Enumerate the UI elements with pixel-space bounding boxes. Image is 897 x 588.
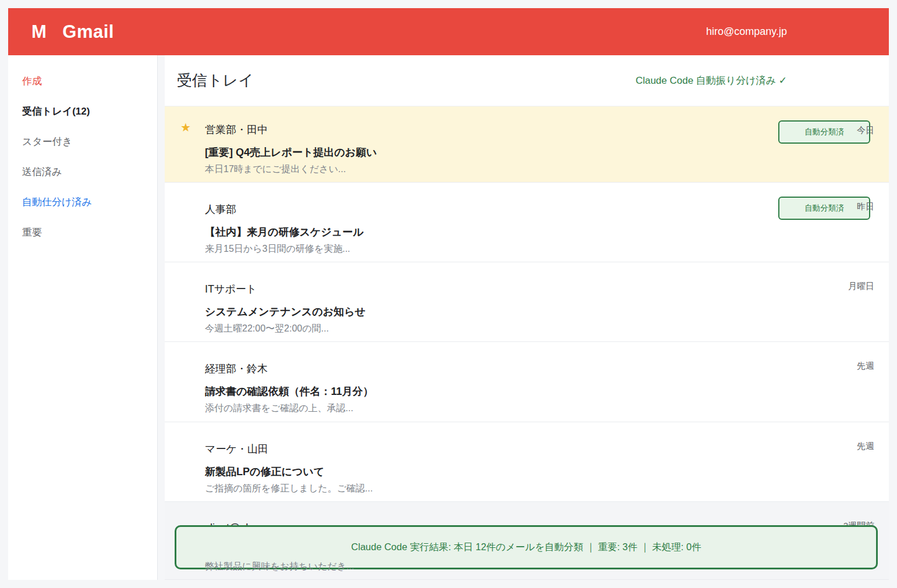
claude-code-result-text: Claude Code 実行結果: 本日 12件のメールを自動分類 ｜ 重要: … xyxy=(351,541,701,554)
email-row-4[interactable]: 経理部・鈴木 先週 請求書の確認依頼（件名：11月分） 添付の請求書をご確認の上… xyxy=(165,342,889,422)
sidebar-item-starred[interactable]: スター付き xyxy=(8,126,157,156)
autosort-status-text: Claude Code 自動振り分け済み ✓ xyxy=(636,74,787,87)
sidebar-item-important[interactable]: 重要 xyxy=(8,217,157,247)
account-email: hiro@company.jp xyxy=(706,26,787,38)
sidebar-item-sent[interactable]: 送信済み xyxy=(8,156,157,187)
email-snippet: 本日17時までにご提出ください... xyxy=(205,163,874,176)
email-subject: 新製品LPの修正について xyxy=(205,465,874,479)
email-row-5[interactable]: マーケ・山田 先週 新製品LPの修正について ご指摘の箇所を修正しました。ご確認… xyxy=(165,422,889,502)
email-subject: 請求書の確認依頼（件名：11月分） xyxy=(205,384,874,398)
body-row: 作成 受信トレイ(12) スター付き 送信済み 自動仕分け済み 重要 受信トレイ… xyxy=(8,55,889,580)
email-date: 先週 xyxy=(857,441,874,452)
email-row-3[interactable]: ITサポート 月曜日 システムメンテナンスのお知らせ 今週土曜22:00〜翌2:… xyxy=(165,262,889,342)
email-row-2[interactable]: 人事部 自動分類済 昨日 【社内】来月の研修スケジュール 来月15日から3日間の… xyxy=(165,183,889,262)
sidebar-item-compose[interactable]: 作成 xyxy=(8,66,157,96)
email-subject: 【社内】来月の研修スケジュール xyxy=(205,225,874,239)
email-sender: 経理部・鈴木 xyxy=(205,362,874,376)
email-sender: 営業部・田中 xyxy=(205,123,874,137)
email-row-1[interactable]: ★ 営業部・田中 自動分類済 今日 [重要] Q4売上レポート提出のお願い 本日… xyxy=(165,106,889,183)
email-snippet: 添付の請求書をご確認の上、承認... xyxy=(205,402,874,415)
email-subject: システムメンテナンスのお知らせ xyxy=(205,305,874,319)
email-subject: [重要] Q4売上レポート提出のお願い xyxy=(205,145,874,159)
email-sender: マーケ・山田 xyxy=(205,442,874,456)
email-snippet: 来月15日から3日間の研修を実施... xyxy=(205,243,874,255)
gmail-logo: M Gmail xyxy=(31,22,114,42)
inbox-pane: 受信トレイ Claude Code 自動振り分け済み ✓ ★ 営業部・田中 自動… xyxy=(165,55,889,580)
email-date: 先週 xyxy=(857,361,874,372)
email-snippet: 弊社製品に興味をお持ちいただき... xyxy=(205,561,874,573)
gmail-logo-wordmark: Gmail xyxy=(62,22,114,42)
sidebar: 作成 受信トレイ(12) スター付き 送信済み 自動仕分け済み 重要 xyxy=(8,55,158,580)
email-snippet: ご指摘の箇所を修正しました。ご確認... xyxy=(205,483,874,495)
app-header: M Gmail hiro@company.jp xyxy=(8,8,889,55)
email-sender: 人事部 xyxy=(205,202,874,216)
email-date: 月曜日 xyxy=(848,281,874,292)
gmail-app: M Gmail hiro@company.jp 作成 受信トレイ(12) スター… xyxy=(8,8,889,580)
page-title: 受信トレイ xyxy=(177,70,254,91)
email-list: ★ 営業部・田中 自動分類済 今日 [重要] Q4売上レポート提出のお願い 本日… xyxy=(165,106,889,580)
star-icon[interactable]: ★ xyxy=(180,122,191,133)
email-date: 昨日 xyxy=(857,201,874,212)
sidebar-item-inbox[interactable]: 受信トレイ(12) xyxy=(8,96,157,126)
email-sender: ITサポート xyxy=(205,282,874,296)
gmail-logo-m-icon: M xyxy=(31,22,47,42)
list-header: 受信トレイ Claude Code 自動振り分け済み ✓ xyxy=(165,55,889,106)
email-date: 今日 xyxy=(857,125,874,136)
email-snippet: 今週土曜22:00〜翌2:00の間... xyxy=(205,323,874,335)
sidebar-item-autosorted[interactable]: 自動仕分け済み xyxy=(8,187,157,217)
